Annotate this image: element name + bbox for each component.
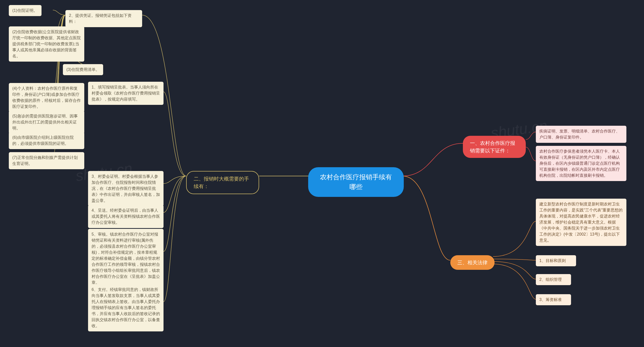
- branch-two[interactable]: 二、报销时大概需要的手续有：: [186, 171, 259, 194]
- voucher-sub-2[interactable]: (3)住院费用清单。: [63, 64, 103, 75]
- b2-voucher-label: 2、提供凭证。报销凭证包括如下资料：: [69, 13, 132, 24]
- b2-item-5[interactable]: 5、审核。镇农村合作医疗办公室对报销凭证和有关资料进行审核(属外伤的，必须报县农…: [88, 229, 164, 288]
- voucher-sub-4-text: (5)急诊的需提供医院急诊证明、因事外出或外出打工的需提供外出相关证明。: [12, 114, 78, 130]
- voucher-sub-0[interactable]: (1)住院证明。: [9, 5, 42, 16]
- branch-three[interactable]: 三、相关法律: [450, 255, 495, 270]
- b1-leaf-0[interactable]: 疾病证明、发票、明细清单、农村合作医疗、户口簿、身份证复印件。: [536, 126, 626, 143]
- b2-item-1-text: 1、填写报销呈批表。当事人须向所在村委会领取《农村合作医疗费用报销呈批表》，按规…: [92, 85, 160, 101]
- branch-three-label: 三、相关法律: [457, 260, 488, 265]
- b2-item-3-text: 3、村委会证明。村委会根据当事人参加合作医疗、住院报告时间和住院情况，在《农村合…: [92, 174, 160, 203]
- voucher-sub-5-text: (6)由市级医院介绍到上级医院住院的，必须提供市级医院的证明。: [12, 135, 74, 146]
- voucher-sub-3-text: (4)个人资料：农村合作医疗原件和复印件，身份证(户口簿)或参加合作医疗收费收据…: [12, 86, 81, 109]
- b2-voucher[interactable]: 2、提供凭证。报销凭证包括如下资料：: [65, 10, 142, 27]
- b1-leaf-1[interactable]: 农村合作医疗参保患者须凭本人医疗卡、本人有效身份证（无身份证的凭户口簿），经确认…: [536, 146, 626, 181]
- voucher-sub-2-text: (3)住院费用清单。: [66, 67, 100, 72]
- b2-item-6[interactable]: 6、支付。经镇审批同意的，镇财政所向当事人签发取款支票，当事人或其委托人在报销表…: [88, 284, 164, 331]
- b3-leaf-1[interactable]: 1、目标和原则: [536, 255, 576, 266]
- b3-leaf-1-text: 1、目标和原则: [539, 258, 566, 263]
- root-title: 农村合作医疗报销手续有 哪些: [320, 173, 392, 191]
- branch-one[interactable]: 一、农村合作医疗报销需要以下证件：: [463, 136, 526, 158]
- b3-leaf-0-text: 建立新型农村合作医疗制度是新时期农村卫生工作的重要内容，是实践"三个代表"重要思…: [539, 202, 623, 242]
- mindmap-canvas: { "root": { "title": "农村合作医疗报销手续有\n哪些" }…: [0, 0, 644, 347]
- b2-item-1[interactable]: 1、填写报销呈批表。当事人须向所在村委会领取《农村合作医疗费用报销呈批表》，按规…: [88, 82, 164, 105]
- voucher-sub-1-text: (2)住院收费收据(公立医院提供省财政厅统一印制的收费收据、其他定点医院提供税务…: [12, 30, 81, 58]
- voucher-sub-1[interactable]: (2)住院收费收据(公立医院提供省财政厅统一印制的收费收据、其他定点医院提供税务…: [9, 26, 84, 62]
- b3-leaf-2[interactable]: 2、组织管理: [536, 274, 571, 285]
- voucher-sub-6-text: (7)正常住院分娩和剖腹产需提供计划生育证明。: [12, 155, 78, 166]
- voucher-sub-5[interactable]: (6)由市级医院介绍到上级医院住院的，必须提供市级医院的证明。: [9, 132, 84, 149]
- b3-leaf-3[interactable]: 3、筹资标准: [536, 294, 571, 305]
- b2-item-5-text: 5、审核。镇农村合作医疗办公室对报销凭证和有关资料进行审核(属外伤的，必须报县农…: [92, 232, 160, 285]
- b2-item-6-text: 6、支付。经镇审批同意的，镇财政所向当事人签发取款支票，当事人或其委托人在报销表…: [92, 287, 160, 328]
- b1-leaf-1-text: 农村合作医疗参保患者须凭本人医疗卡、本人有效身份证（无身份证的凭户口簿），经确认…: [539, 149, 620, 178]
- voucher-sub-6[interactable]: (7)正常住院分娩和剖腹产需提供计划生育证明。: [9, 152, 84, 169]
- b2-item-4-text: 4、呈送。经村委会证明后，由当事人或其委托人将有关资料报镇农村合作医疗办公室审核…: [92, 208, 160, 225]
- root-node[interactable]: 农村合作医疗报销手续有 哪些: [308, 167, 404, 197]
- b2-item-3[interactable]: 3、村委会证明。村委会根据当事人参加合作医疗、住院报告时间和住院情况，在《农村合…: [88, 171, 164, 206]
- b3-leaf-2-text: 2、组织管理: [539, 277, 562, 282]
- branch-one-label: 一、农村合作医疗报销需要以下证件：: [470, 140, 515, 153]
- voucher-sub-4[interactable]: (5)急诊的需提供医院急诊证明、因事外出或外出打工的需提供外出相关证明。: [9, 111, 84, 134]
- voucher-sub-3[interactable]: (4)个人资料：农村合作医疗原件和复印件，身份证(户口簿)或参加合作医疗收费收据…: [9, 83, 84, 112]
- branch-two-label: 二、报销时大概需要的手续有：: [194, 176, 249, 189]
- b3-leaf-3-text: 3、筹资标准: [539, 297, 562, 302]
- b1-leaf-0-text: 疾病证明、发票、明细清单、农村合作医疗、户口簿、身份证复印件。: [539, 129, 620, 139]
- b3-leaf-0[interactable]: 建立新型农村合作医疗制度是新时期农村卫生工作的重要内容，是实践"三个代表"重要思…: [536, 199, 626, 246]
- voucher-sub-0-text: (1)住院证明。: [12, 8, 37, 13]
- b2-item-4[interactable]: 4、呈送。经村委会证明后，由当事人或其委托人将有关资料报镇农村合作医疗办公室审核…: [88, 205, 164, 228]
